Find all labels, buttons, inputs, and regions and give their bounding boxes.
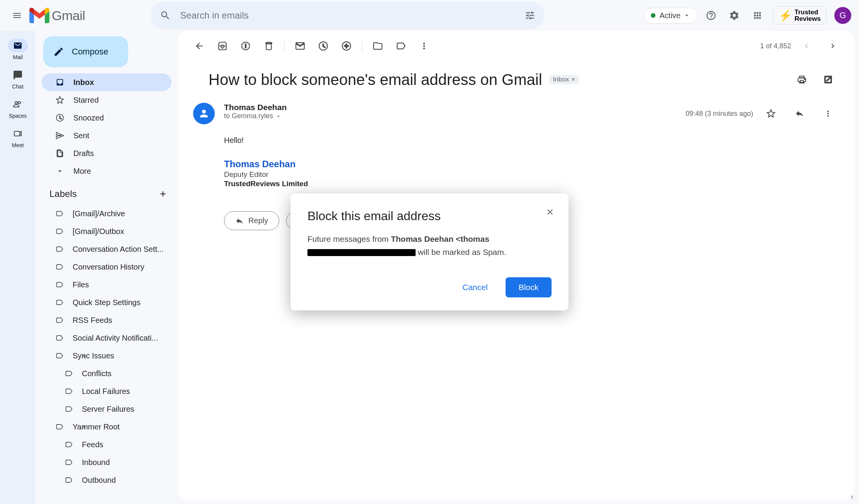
modal-sender-bold: Thomas Deehan <thomas [391, 234, 489, 243]
close-icon [545, 207, 555, 217]
modal-redacted-bar [307, 249, 416, 256]
modal-cancel-button[interactable]: Cancel [452, 277, 498, 297]
modal-title: Block this email address [307, 209, 552, 223]
modal-body-suffix: will be marked as Spam. [416, 248, 506, 256]
modal-body: Future messages from Thomas Deehan <thom… [307, 232, 552, 263]
modal-overlay: Block this email address Future messages… [0, 0, 859, 504]
modal-close-button[interactable] [542, 204, 558, 220]
modal-block-button[interactable]: Block [506, 277, 552, 297]
block-sender-modal: Block this email address Future messages… [290, 193, 569, 311]
modal-body-prefix: Future messages from [307, 234, 391, 243]
